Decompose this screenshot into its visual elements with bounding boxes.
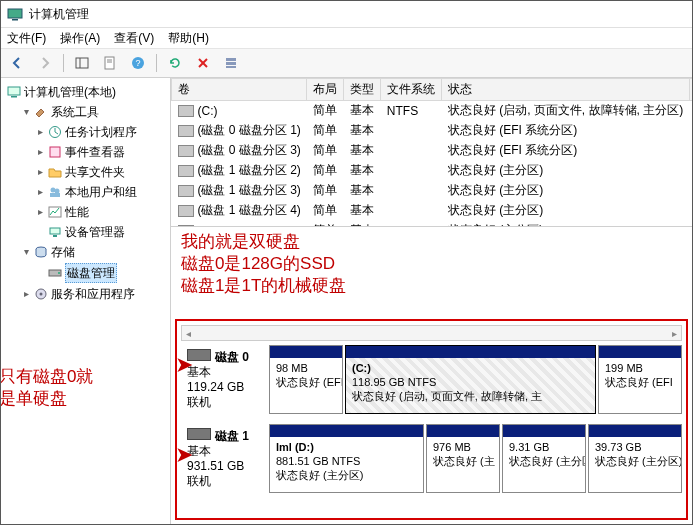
expand-icon[interactable]: ▸ — [35, 163, 45, 181]
expand-icon[interactable]: ▸ — [21, 285, 31, 303]
tree-device-manager[interactable]: 设备管理器 — [33, 222, 170, 242]
annotation-arrow-icon: ➤ — [175, 447, 193, 463]
svg-rect-4 — [105, 57, 114, 69]
expand-icon[interactable]: ▸ — [35, 203, 45, 221]
table-row[interactable]: (磁盘 1 磁盘分区 2)简单基本状态良好 (主分区)976 MB97 — [172, 161, 693, 181]
tree-root[interactable]: 计算机管理(本地) — [5, 82, 170, 102]
disk-row-0[interactable]: 磁盘 0 基本 119.24 GB 联机 98 MB状态良好 (EFI (C:)… — [181, 345, 682, 414]
forward-button[interactable] — [33, 51, 57, 75]
col-capacity[interactable]: 容量 — [689, 79, 692, 101]
titlebar: 计算机管理 — [1, 1, 692, 28]
users-icon — [48, 185, 62, 199]
tree-shared-folders[interactable]: ▸共享文件夹 — [33, 162, 170, 182]
svg-rect-0 — [8, 9, 22, 18]
partition-bar — [346, 346, 595, 358]
content-pane: 卷 布局 类型 文件系统 状态 容量 可 (C:)简单基本NTFS状态良好 (启… — [171, 78, 692, 524]
properties-button[interactable] — [98, 51, 122, 75]
col-volume[interactable]: 卷 — [172, 79, 307, 101]
col-fs[interactable]: 文件系统 — [381, 79, 442, 101]
table-row[interactable]: (磁盘 0 磁盘分区 3)简单基本状态良好 (EFI 系统分区)199 MB19 — [172, 141, 693, 161]
table-row[interactable]: (磁盘 0 磁盘分区 1)简单基本状态良好 (EFI 系统分区)98 MB98 — [172, 121, 693, 141]
toolbar-separator — [156, 54, 157, 72]
col-type[interactable]: 类型 — [344, 79, 381, 101]
toolbar-separator — [63, 54, 64, 72]
expand-icon[interactable]: ▸ — [35, 183, 45, 201]
disk-icon — [48, 266, 62, 280]
back-button[interactable] — [5, 51, 29, 75]
col-layout[interactable]: 布局 — [307, 79, 344, 101]
storage-icon — [34, 245, 48, 259]
help-button[interactable]: ? — [126, 51, 150, 75]
toolbar: ? — [1, 49, 692, 78]
disk0-part3[interactable]: 199 MB状态良好 (EFI — [598, 345, 682, 414]
svg-rect-12 — [226, 62, 236, 65]
tree-storage[interactable]: ▾存储 — [19, 242, 170, 262]
menu-action[interactable]: 操作(A) — [60, 30, 100, 47]
disk-icon — [187, 428, 211, 440]
svg-point-26 — [58, 272, 60, 274]
disk-0-info: 磁盘 0 基本 119.24 GB 联机 — [181, 345, 269, 414]
svg-rect-2 — [76, 58, 88, 68]
expand-icon[interactable]: ▸ — [35, 143, 45, 161]
volume-icon — [178, 105, 194, 117]
tree-services-apps[interactable]: ▸服务和应用程序 — [19, 284, 170, 304]
volume-list[interactable]: 卷 布局 类型 文件系统 状态 容量 可 (C:)简单基本NTFS状态良好 (启… — [171, 78, 692, 227]
partition-bar — [270, 346, 342, 358]
svg-rect-14 — [8, 87, 20, 95]
disk-1-partitions: lml (D:)881.51 GB NTFS状态良好 (主分区) 976 MB状… — [269, 424, 682, 493]
clock-icon — [48, 125, 62, 139]
svg-point-19 — [55, 189, 60, 194]
scroll-right-icon[interactable]: ▸ — [672, 328, 677, 339]
partition-bar — [503, 425, 585, 437]
svg-rect-15 — [11, 96, 17, 98]
horizontal-scrollbar[interactable]: ◂▸ — [181, 325, 682, 341]
partition-bar — [427, 425, 499, 437]
col-status[interactable]: 状态 — [442, 79, 689, 101]
menubar: 文件(F) 操作(A) 查看(V) 帮助(H) — [1, 28, 692, 49]
tree-system-tools[interactable]: ▾系统工具 — [19, 102, 170, 122]
table-row[interactable]: (磁盘 1 磁盘分区 3)简单基本状态良好 (主分区)9.31 GB9.3 — [172, 181, 693, 201]
disk0-part2-c[interactable]: (C:)118.95 GB NTFS状态良好 (启动, 页面文件, 故障转储, … — [345, 345, 596, 414]
disk1-part2[interactable]: 976 MB状态良好 (主 — [426, 424, 500, 493]
disk-map[interactable]: ◂▸ ➤ 磁盘 0 基本 119.24 GB 联机 98 MB状态良好 (EFI — [175, 319, 688, 520]
nav-tree[interactable]: 计算机管理(本地) ▾系统工具 ▸任务计划程序 ▸事件查看器 ▸共享文件夹 ▸本… — [1, 78, 171, 524]
tree-performance[interactable]: ▸性能 — [33, 202, 170, 222]
refresh-button[interactable] — [163, 51, 187, 75]
folder-share-icon — [48, 165, 62, 179]
table-row[interactable]: (C:)简单基本NTFS状态良好 (启动, 页面文件, 故障转储, 主分区)11… — [172, 101, 693, 121]
volume-table[interactable]: 卷 布局 类型 文件系统 状态 容量 可 (C:)简单基本NTFS状态良好 (启… — [171, 78, 692, 227]
menu-file[interactable]: 文件(F) — [7, 30, 46, 47]
disk1-part4[interactable]: 39.73 GB状态良好 (主分区) — [588, 424, 682, 493]
disk1-part3[interactable]: 9.31 GB状态良好 (主分区 — [502, 424, 586, 493]
volume-icon — [178, 125, 194, 137]
expand-icon[interactable]: ▸ — [35, 123, 45, 141]
volume-icon — [178, 205, 194, 217]
tree-local-users[interactable]: ▸本地用户和组 — [33, 182, 170, 202]
expand-icon[interactable]: ▾ — [21, 243, 31, 261]
menu-view[interactable]: 查看(V) — [114, 30, 154, 47]
annotation-arrow-icon: ➤ — [175, 357, 193, 373]
svg-text:?: ? — [135, 58, 140, 68]
scroll-left-icon[interactable]: ◂ — [186, 328, 191, 339]
view-list-button[interactable] — [219, 51, 243, 75]
app-icon — [7, 6, 23, 22]
svg-rect-20 — [50, 193, 60, 197]
disk0-part1[interactable]: 98 MB状态良好 (EFI — [269, 345, 343, 414]
tree-event-viewer[interactable]: ▸事件查看器 — [33, 142, 170, 162]
event-icon — [48, 145, 62, 159]
show-hide-tree-button[interactable] — [70, 51, 94, 75]
svg-point-28 — [40, 293, 43, 296]
partition-bar — [589, 425, 681, 437]
svg-rect-17 — [50, 147, 60, 157]
disk1-part1-d[interactable]: lml (D:)881.51 GB NTFS状态良好 (主分区) — [269, 424, 424, 493]
disk-row-1[interactable]: 磁盘 1 基本 931.51 GB 联机 lml (D:)881.51 GB N… — [181, 424, 682, 493]
menu-help[interactable]: 帮助(H) — [168, 30, 209, 47]
tree-task-scheduler[interactable]: ▸任务计划程序 — [33, 122, 170, 142]
disk-0-partitions: 98 MB状态良好 (EFI (C:)118.95 GB NTFS状态良好 (启… — [269, 345, 682, 414]
table-row[interactable]: (磁盘 1 磁盘分区 4)简单基本状态良好 (主分区)39.73 GB39 — [172, 201, 693, 221]
delete-button[interactable] — [191, 51, 215, 75]
svg-rect-13 — [226, 66, 236, 68]
tree-disk-management[interactable]: 磁盘管理 — [33, 262, 170, 284]
svg-rect-22 — [50, 228, 60, 234]
expand-icon[interactable]: ▾ — [21, 103, 31, 121]
